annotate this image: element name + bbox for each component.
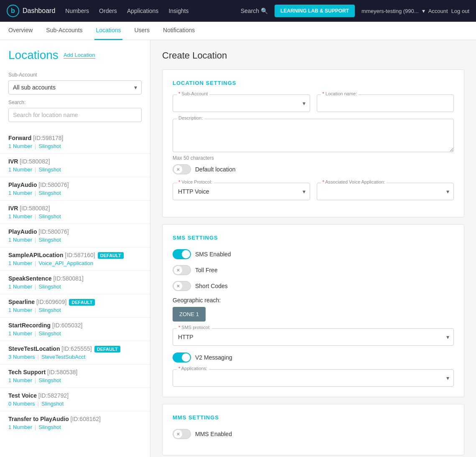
subnav-subaccounts[interactable]: Sub-Accounts [44,22,84,40]
location-numbers-link[interactable]: 1 Number [8,260,32,266]
location-app-link[interactable]: SteveTestSubAcct [41,354,86,360]
location-links: 1 Number|Slingshot [8,143,142,149]
location-name: PlayAudio [ID:580076] [8,181,142,188]
location-app-link[interactable]: Slingshot [38,190,61,196]
subnav-locations[interactable]: Locations [94,22,123,40]
separator: | [35,190,36,196]
toggle-knob: ✕ [174,165,182,174]
location-numbers-link[interactable]: 1 Number [8,237,32,243]
toggle-knob: ✕ [174,282,182,290]
short-codes-toggle[interactable]: ✕ [173,281,191,291]
location-links: 1 Number|Slingshot [8,283,142,290]
sub-account-form-select[interactable] [173,95,310,112]
list-item: SampleAPILocation [ID:587160]DEFAULT1 Nu… [0,248,150,271]
voice-protocol-group: Voice Protocol: HTTP Voice SIP WebRTC [173,183,310,200]
sms-settings-card: SMS SETTINGS SMS Enabled ✕ Toll Free ✕ S… [162,224,464,397]
sub-account-filter: Sub-Account All sub accounts [0,65,150,94]
applications-label: Applications: [177,366,209,371]
list-item: PlayAudio [ID:580076]1 Number|Slingshot [0,224,150,248]
list-item: Test Voice [ID:582792]0 Numbers|Slingsho… [0,388,150,411]
location-numbers-link[interactable]: 1 Number [8,166,32,173]
subnav-notifications[interactable]: Notifications [161,22,196,40]
default-location-toggle[interactable]: ✕ [173,164,191,174]
location-links: 1 Number|Slingshot [8,424,142,430]
sub-account-location-row: Sub-Account Location name: [173,94,454,112]
nav-left: b Dashboard Numbers Orders Applications … [7,5,189,17]
location-app-link[interactable]: Slingshot [38,307,61,313]
search-button[interactable]: Search 🔍 [241,8,268,14]
nav-insights[interactable]: Insights [168,8,188,14]
subnav-overview[interactable]: Overview [7,22,34,40]
associated-voice-app-select[interactable] [317,183,454,200]
nav-numbers[interactable]: Numbers [65,8,89,14]
location-numbers-link[interactable]: 1 Number [8,283,32,290]
separator: | [35,283,36,290]
location-name: Tech Support [ID:580538] [8,369,142,375]
location-name-input[interactable] [317,94,454,112]
location-numbers-link[interactable]: 0 Numbers [8,401,35,407]
location-list: Forward [ID:598178]1 Number|SlingshotIVR… [0,130,150,434]
location-app-link[interactable]: Slingshot [38,213,61,220]
list-item: Tech Support [ID:580538]1 Number|Slingsh… [0,365,150,388]
sub-account-group: Sub-Account [173,94,310,112]
location-app-link[interactable]: Slingshot [38,283,61,290]
location-app-link[interactable]: Slingshot [38,424,61,430]
logout-link[interactable]: Log out [451,8,469,14]
location-app-link[interactable]: Slingshot [38,166,61,173]
add-location-link[interactable]: Add Location [64,52,95,59]
short-codes-row: ✕ Short Codes [173,281,454,291]
list-item: StartRecording [ID:605032]1 Number|Sling… [0,318,150,341]
location-app-link[interactable]: Voice_API_Application [38,260,93,266]
zone-button[interactable]: ZONE 1 [173,307,206,322]
location-numbers-link[interactable]: 1 Number [8,190,32,196]
location-app-link[interactable]: Slingshot [38,377,61,383]
location-numbers-link[interactable]: 1 Number [8,424,32,430]
nav-orders[interactable]: Orders [99,8,117,14]
v2-messaging-toggle[interactable] [173,352,191,363]
dashboard-label: Dashboard [23,7,55,15]
logo-area: b Dashboard [7,5,55,17]
sms-protocol-select[interactable]: HTTP SMPP [173,329,453,345]
nav-applications[interactable]: Applications [127,8,159,14]
sub-account-select[interactable]: All sub accounts [9,81,141,94]
location-app-link[interactable]: Slingshot [38,330,61,337]
list-item: PlayAudio [ID:580076]1 Number|Slingshot [0,177,150,201]
sms-protocol-label: SMS protocol: [177,325,212,330]
toggle-knob [182,353,190,362]
location-numbers-link[interactable]: 1 Number [8,330,32,337]
learning-support-button[interactable]: LEARNING LAB & SUPPORT [275,5,355,17]
applications-select[interactable] [173,370,453,386]
location-numbers-link[interactable]: 3 Numbers [8,354,35,360]
location-name: SpeakSentence [ID:580081] [8,275,142,282]
separator: | [35,260,36,266]
mms-enabled-toggle[interactable]: ✕ [173,429,191,439]
search-input[interactable] [8,108,142,122]
location-app-link[interactable]: Slingshot [41,401,64,407]
location-numbers-link[interactable]: 1 Number [8,213,32,220]
voice-protocol-select[interactable]: HTTP Voice SIP WebRTC [173,183,310,200]
sms-protocol-select-wrapper: HTTP SMPP [173,328,454,346]
sms-settings-heading: SMS SETTINGS [173,235,454,241]
toll-free-toggle[interactable]: ✕ [173,265,191,275]
account-link[interactable]: Account [428,8,448,14]
location-app-link[interactable]: Slingshot [38,143,61,149]
location-numbers-link[interactable]: 1 Number [8,377,32,383]
sms-enabled-toggle[interactable] [173,249,191,259]
location-search-section: Search: [0,94,150,122]
location-links: 1 Number|Slingshot [8,166,142,173]
associated-voice-app-group: Associated Voice Application: [317,183,454,200]
description-label: Description: [177,115,204,120]
account-name[interactable]: mmeyers-testing (990... [361,8,419,14]
subnav-users[interactable]: Users [132,22,151,40]
description-textarea[interactable] [173,119,454,152]
separator: | [35,237,36,243]
location-app-link[interactable]: Slingshot [38,237,61,243]
list-item: SpeakSentence [ID:580081]1 Number|Slings… [0,271,150,294]
logo-icon: b [7,5,19,17]
location-links: 1 Number|Voice_API_Application [8,260,142,266]
associated-voice-app-label: Associated Voice Application: [321,179,387,184]
list-item: Transfer to PlayAudio [ID:608162]1 Numbe… [0,411,150,434]
voice-protocol-label: Voice Protocol: [177,179,214,184]
location-numbers-link[interactable]: 1 Number [8,143,32,149]
location-numbers-link[interactable]: 1 Number [8,307,32,313]
